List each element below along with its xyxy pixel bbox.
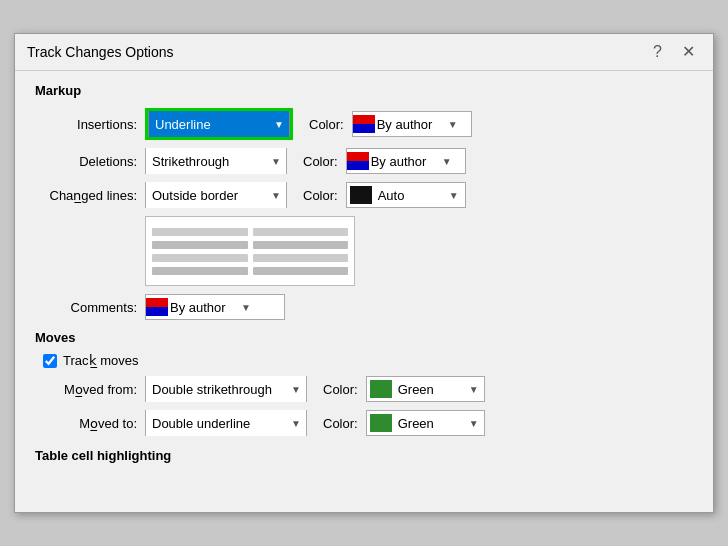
changed-lines-color-value: Auto <box>376 188 446 203</box>
insertions-color-select[interactable]: By author ▼ <box>352 111 472 137</box>
insertions-select[interactable]: Underline <box>149 111 289 137</box>
title-bar-controls: ? ✕ <box>647 42 701 62</box>
changed-lines-color-arrow: ▼ <box>446 190 462 201</box>
changed-lines-color-label: Color: <box>303 188 338 203</box>
preview-line-7 <box>152 267 248 275</box>
insertions-row: Insertions: Underline ▼ Color: <box>35 108 693 140</box>
changed-lines-color-select[interactable]: Auto ▼ <box>346 182 466 208</box>
dialog-title: Track Changes Options <box>27 44 174 60</box>
track-changes-dialog: Track Changes Options ? ✕ Markup Inserti… <box>14 33 714 513</box>
moved-from-color-value: Green <box>396 382 466 397</box>
insertions-label: Insertions: <box>35 117 145 132</box>
insertions-color-arrow: ▼ <box>445 119 461 130</box>
insertions-color-label: Color: <box>309 117 344 132</box>
deletions-color-arrow: ▼ <box>439 156 455 167</box>
preview-line-8 <box>253 267 349 275</box>
preview-content <box>152 228 348 275</box>
track-moves-checkbox[interactable] <box>43 354 57 368</box>
moved-to-color-select[interactable]: Green ▼ <box>366 410 485 436</box>
comments-row: Comments: By author ▼ <box>35 294 693 320</box>
moved-from-color-arrow: ▼ <box>466 384 482 395</box>
markup-section-title: Markup <box>35 83 693 98</box>
table-cell-section-title: Table cell highlighting <box>35 448 693 463</box>
comments-label: Comments: <box>35 300 145 315</box>
moves-section-title: Moves <box>35 330 693 345</box>
moved-to-select[interactable]: Double underline <box>146 410 306 436</box>
dialog-content: Markup Insertions: Underline ▼ Color: <box>15 71 713 512</box>
moved-to-label: Mo̲ved to: <box>35 416 145 431</box>
deletions-color-value: By author <box>369 154 439 169</box>
preview-line-6 <box>253 254 349 262</box>
changed-lines-select[interactable]: Outside border <box>146 182 286 208</box>
moved-from-color-select[interactable]: Green ▼ <box>366 376 485 402</box>
help-button[interactable]: ? <box>647 42 668 62</box>
title-bar: Track Changes Options ? ✕ <box>15 34 713 71</box>
moved-from-label: Mo̲ved from: <box>35 382 145 397</box>
changed-lines-row: Chan̲ged lines: Outside border ▼ Color: … <box>35 182 693 208</box>
preview-line-5 <box>152 254 248 262</box>
moved-from-select[interactable]: Double strikethrough <box>146 376 306 402</box>
insertions-select-highlight: Underline ▼ <box>145 108 293 140</box>
preview-box <box>145 216 355 286</box>
moved-to-row: Mo̲ved to: Double underline ▼ Color: Gre… <box>35 410 693 436</box>
insertions-color-value: By author <box>375 117 445 132</box>
changed-lines-label: Chan̲ged lines: <box>35 188 145 203</box>
close-button[interactable]: ✕ <box>676 42 701 62</box>
moved-to-color-arrow: ▼ <box>466 418 482 429</box>
deletions-select[interactable]: Strikethrough <box>146 148 286 174</box>
moved-to-swatch <box>370 414 392 432</box>
moved-from-row: Mo̲ved from: Double strikethrough ▼ Colo… <box>35 376 693 402</box>
deletions-label: Deletions: <box>35 154 145 169</box>
moved-from-color-label: Color: <box>323 382 358 397</box>
preview-line-2 <box>253 228 349 236</box>
comments-color-arrow: ▼ <box>238 302 254 313</box>
moved-to-color-label: Color: <box>323 416 358 431</box>
moved-to-color-value: Green <box>396 416 466 431</box>
comments-color-value: By author <box>168 300 238 315</box>
deletions-row: Deletions: Strikethrough ▼ Color: By aut… <box>35 148 693 174</box>
comments-color-select[interactable]: By author ▼ <box>145 294 285 320</box>
preview-line-1 <box>152 228 248 236</box>
preview-line-4 <box>253 241 349 249</box>
deletions-color-label: Color: <box>303 154 338 169</box>
track-moves-label: Track̲ moves <box>63 353 138 368</box>
moved-from-swatch <box>370 380 392 398</box>
preview-line-3 <box>152 241 248 249</box>
deletions-color-select[interactable]: By author ▼ <box>346 148 466 174</box>
track-moves-row: Track̲ moves <box>43 353 693 368</box>
